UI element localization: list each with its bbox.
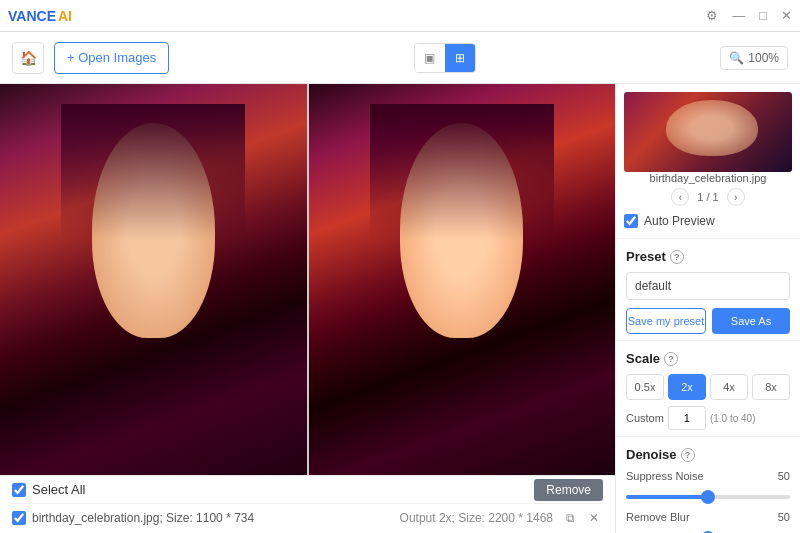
denoise-section: Denoise ? Suppress Noise 50 Remove Blur … — [616, 437, 800, 533]
file-row: birthday_celebration.jpg; Size: 1100 * 7… — [12, 504, 603, 532]
copy-icon[interactable]: ⧉ — [561, 509, 579, 527]
main-content: Select All Remove birthday_celebration.j… — [0, 84, 800, 533]
search-icon: 🔍 — [729, 51, 744, 65]
file-row-left: birthday_celebration.jpg; Size: 1100 * 7… — [12, 511, 392, 525]
prev-image-button[interactable]: ‹ — [671, 188, 689, 206]
view-toggle: ▣ ⊞ — [414, 43, 476, 73]
custom-scale-input[interactable] — [668, 406, 706, 430]
close-file-icon[interactable]: ✕ — [585, 509, 603, 527]
file-info-bar: Select All Remove birthday_celebration.j… — [0, 475, 615, 533]
select-all-label: Select All — [32, 482, 85, 497]
titlebar-close-icon[interactable]: ✕ — [781, 8, 792, 23]
denoise-help-icon[interactable]: ? — [681, 448, 695, 462]
processed-image-panel — [309, 84, 616, 475]
logo-text: VANCE — [8, 8, 56, 24]
remove-blur-value: 50 — [778, 511, 790, 523]
preset-buttons: Save my preset Save As — [626, 308, 790, 334]
file-row-right: ⧉ ✕ — [561, 509, 603, 527]
remove-button[interactable]: Remove — [534, 479, 603, 501]
denoise-section-title: Denoise ? — [626, 447, 790, 462]
original-photo — [0, 84, 307, 475]
title-bar-icons: ⚙ — □ ✕ — [706, 8, 792, 23]
save-preset-button[interactable]: Save my preset — [626, 308, 706, 334]
select-all-row: Select All Remove — [12, 476, 603, 504]
output-info: Output 2x; Size: 2200 * 1468 — [400, 511, 553, 525]
auto-preview-row: Auto Preview — [624, 210, 792, 230]
single-view-button[interactable]: ▣ — [415, 44, 445, 72]
suppress-noise-value: 50 — [778, 470, 790, 482]
custom-label: Custom — [626, 412, 664, 424]
preset-select[interactable]: default — [626, 272, 790, 300]
preset-title-text: Preset — [626, 249, 666, 264]
title-bar: VANCE AI ⚙ — □ ✕ — [0, 0, 800, 32]
next-image-button[interactable]: › — [727, 188, 745, 206]
preset-section-title: Preset ? — [626, 249, 790, 264]
preset-help-icon[interactable]: ? — [670, 250, 684, 264]
select-all-left: Select All — [12, 482, 85, 497]
denoise-title-text: Denoise — [626, 447, 677, 462]
suppress-noise-label-row: Suppress Noise 50 — [626, 470, 790, 482]
processed-photo — [309, 84, 616, 475]
scale-05x-button[interactable]: 0.5x — [626, 374, 664, 400]
suppress-noise-label: Suppress Noise — [626, 470, 704, 482]
file-name: birthday_celebration.jpg; Size: 1100 * 7… — [32, 511, 254, 525]
home-button[interactable]: 🏠 — [12, 42, 44, 74]
save-as-button[interactable]: Save As — [712, 308, 790, 334]
toolbar: 🏠 + Open Images ▣ ⊞ 🔍 100% — [0, 32, 800, 84]
scale-options: 0.5x 2x 4x 8x — [626, 374, 790, 400]
split-view-button[interactable]: ⊞ — [445, 44, 475, 72]
select-all-checkbox[interactable] — [12, 483, 26, 497]
remove-blur-label-row: Remove Blur 50 — [626, 511, 790, 523]
scale-section-title: Scale ? — [626, 351, 790, 366]
zoom-value: 100% — [748, 51, 779, 65]
canvas-area: Select All Remove birthday_celebration.j… — [0, 84, 615, 533]
scale-8x-button[interactable]: 8x — [752, 374, 790, 400]
scale-4x-button[interactable]: 4x — [710, 374, 748, 400]
logo-ai: AI — [58, 8, 72, 24]
suppress-noise-slider[interactable] — [626, 495, 790, 499]
scale-help-icon[interactable]: ? — [664, 352, 678, 366]
scale-section: Scale ? 0.5x 2x 4x 8x Custom (1.0 to 40) — [616, 341, 800, 437]
preset-section: Preset ? default Save my preset Save As — [616, 239, 800, 341]
zoom-indicator: 🔍 100% — [720, 46, 788, 70]
auto-preview-checkbox[interactable] — [624, 214, 638, 228]
app-logo: VANCE AI — [8, 8, 72, 24]
original-image-panel — [0, 84, 307, 475]
remove-blur-label: Remove Blur — [626, 511, 690, 523]
titlebar-maximize-icon[interactable]: □ — [759, 8, 767, 23]
remove-blur-row: Remove Blur 50 — [626, 511, 790, 533]
titlebar-minimize-icon[interactable]: — — [732, 8, 745, 23]
image-comparison — [0, 84, 615, 475]
scale-range-label: (1.0 to 40) — [710, 413, 756, 424]
suppress-noise-row: Suppress Noise 50 — [626, 470, 790, 503]
thumbnail-page: 1 / 1 — [697, 191, 718, 203]
file-checkbox[interactable] — [12, 511, 26, 525]
scale-title-text: Scale — [626, 351, 660, 366]
thumbnail-nav: ‹ 1 / 1 › — [624, 184, 792, 210]
open-images-button[interactable]: + Open Images — [54, 42, 169, 74]
thumbnail-section: birthday_celebration.jpg ‹ 1 / 1 › Auto … — [616, 84, 800, 239]
auto-preview-label: Auto Preview — [644, 214, 715, 228]
right-panel: birthday_celebration.jpg ‹ 1 / 1 › Auto … — [615, 84, 800, 533]
titlebar-settings-icon[interactable]: ⚙ — [706, 8, 718, 23]
scale-2x-button[interactable]: 2x — [668, 374, 706, 400]
custom-scale-row: Custom (1.0 to 40) — [626, 406, 790, 430]
thumbnail-image — [624, 92, 792, 172]
thumbnail-filename: birthday_celebration.jpg — [624, 172, 792, 184]
